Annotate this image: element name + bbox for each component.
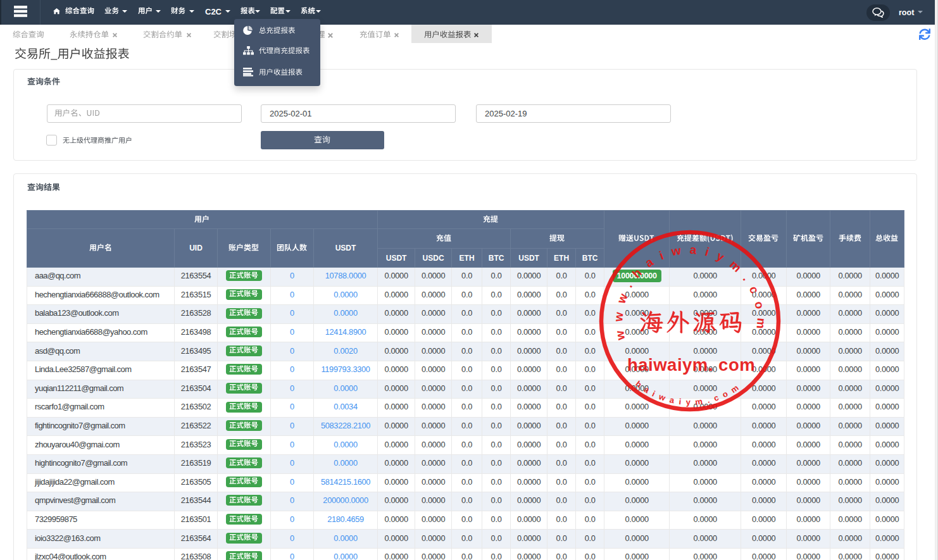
- svg-text:www.haiwaiym.com: www.haiwaiym.com: [611, 242, 768, 342]
- svg-text:haiwaiym. com: haiwaiym. com: [627, 355, 755, 375]
